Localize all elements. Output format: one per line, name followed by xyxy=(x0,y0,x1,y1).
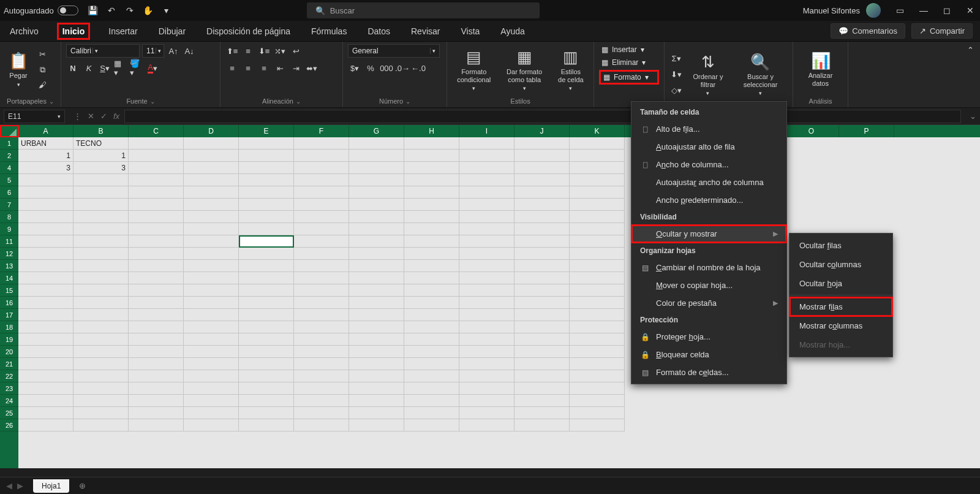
cell-b4[interactable]: 3 xyxy=(74,162,129,174)
active-cell[interactable] xyxy=(239,235,294,248)
col-header[interactable]: E xyxy=(239,125,294,137)
ordenar-filtrar-button[interactable]: ⇅ Ordenar y filtrar▾ xyxy=(687,53,729,96)
redo-icon[interactable]: ↷ xyxy=(124,4,136,17)
compartir-button[interactable]: ↗ Compartir xyxy=(911,23,973,39)
row-header[interactable]: 11 xyxy=(0,235,18,248)
maximize-icon[interactable]: ◻ xyxy=(941,6,953,15)
fill-icon[interactable]: ⬇▾ xyxy=(669,68,683,82)
autosum-icon[interactable]: Σ▾ xyxy=(669,52,683,66)
submenu-mostrar-filas[interactable]: Mostrar filas xyxy=(790,297,892,316)
tab-ayuda[interactable]: Ayuda xyxy=(498,23,527,39)
tab-disposicion[interactable]: Disposición de página xyxy=(204,23,293,39)
menu-ancho-columna[interactable]: ⎕Ancho de columna... xyxy=(631,156,786,173)
menu-ancho-predeterminado[interactable]: Ancho predeterminado... xyxy=(631,191,786,209)
sheet-tab-hoja1[interactable]: Hoja1 xyxy=(33,479,69,493)
col-header[interactable]: B xyxy=(74,125,129,137)
row-header[interactable]: 13 xyxy=(0,260,18,272)
cut-icon[interactable]: ✂ xyxy=(36,48,49,61)
col-header[interactable]: P xyxy=(839,125,894,137)
decrease-decimal-icon[interactable]: ←.0 xyxy=(412,61,425,75)
buscar-seleccionar-button[interactable]: 🔍 Buscar y seleccionar▾ xyxy=(733,53,788,96)
analizar-datos-button[interactable]: 📊 Analizar datos xyxy=(798,51,843,88)
add-sheet-icon[interactable]: ⊕ xyxy=(79,481,86,490)
row-header[interactable]: 7 xyxy=(0,199,18,211)
bold-icon[interactable]: N xyxy=(66,61,80,75)
font-size-combo[interactable]: 11▾ xyxy=(142,44,164,58)
clear-icon[interactable]: ◇▾ xyxy=(669,84,683,97)
align-top-icon[interactable]: ⬆≡ xyxy=(225,44,239,58)
pegar-button[interactable]: 📋 Pegar ▾ xyxy=(5,51,32,87)
fx-icon[interactable]: fx xyxy=(113,112,119,121)
borders-icon[interactable]: ▦ ▾ xyxy=(114,61,127,75)
cell-a1[interactable]: URBAN xyxy=(18,137,74,150)
number-format-combo[interactable]: General▾ xyxy=(348,44,440,58)
cell-b1[interactable]: TECNO xyxy=(74,137,129,150)
row-header[interactable]: 18 xyxy=(0,321,18,333)
merge-icon[interactable]: ⬌▾ xyxy=(305,61,318,75)
increase-font-icon[interactable]: A↑ xyxy=(167,44,180,58)
ribbon-display-icon[interactable]: ▭ xyxy=(894,6,907,15)
font-name-combo[interactable]: Calibri▾ xyxy=(66,44,140,58)
row-header[interactable]: 9 xyxy=(0,223,18,235)
orientation-icon[interactable]: ⤭▾ xyxy=(273,44,287,58)
row-header[interactable]: 19 xyxy=(0,333,18,346)
align-center-icon[interactable]: ≡ xyxy=(241,61,255,75)
currency-icon[interactable]: $▾ xyxy=(348,61,361,75)
tab-inicio[interactable]: Inicio xyxy=(57,23,91,40)
touch-mode-icon[interactable]: ✋ xyxy=(142,4,154,17)
col-header[interactable]: G xyxy=(349,125,404,137)
search-box[interactable]: 🔍 Buscar xyxy=(307,2,540,18)
row-header[interactable]: 25 xyxy=(0,407,18,419)
row-header[interactable]: 20 xyxy=(0,346,18,358)
decrease-font-icon[interactable]: A↓ xyxy=(183,44,196,58)
tab-revisar[interactable]: Revisar xyxy=(409,23,442,39)
col-header[interactable]: A xyxy=(18,125,74,137)
submenu-ocultar-hoja[interactable]: Ocultar hoja xyxy=(790,274,892,293)
menu-color-pestana[interactable]: Color de pestaña▶ xyxy=(631,294,786,312)
col-header[interactable]: D xyxy=(184,125,239,137)
row-header[interactable]: 5 xyxy=(0,174,18,186)
menu-proteger-hoja[interactable]: 🔒Proteger hoja... xyxy=(631,328,786,346)
accept-formula-icon[interactable]: ✓ xyxy=(100,112,107,121)
col-header[interactable]: J xyxy=(514,125,570,137)
menu-bloquear-celda[interactable]: 🔒Bloquear celda xyxy=(631,346,786,363)
col-header[interactable]: C xyxy=(129,125,184,137)
align-right-icon[interactable]: ≡ xyxy=(257,61,271,75)
col-header[interactable]: K xyxy=(570,125,625,137)
percent-icon[interactable]: % xyxy=(364,61,377,75)
row-header[interactable]: 23 xyxy=(0,382,18,395)
row-header[interactable]: 16 xyxy=(0,297,18,309)
submenu-ocultar-filas[interactable]: Ocultar filas xyxy=(790,236,892,255)
autosave-toggle[interactable] xyxy=(58,6,78,15)
expand-formula-icon[interactable]: ⌄ xyxy=(966,112,980,121)
comentarios-button[interactable]: 💬 Comentarios xyxy=(831,23,905,39)
formula-input[interactable] xyxy=(124,110,961,123)
cell-a2[interactable]: 1 xyxy=(18,150,74,162)
fill-color-icon[interactable]: 🪣▾ xyxy=(130,61,143,75)
cell-a4[interactable]: 3 xyxy=(18,162,74,174)
select-all-corner[interactable] xyxy=(0,125,18,137)
menu-mover-copiar[interactable]: Mover o copiar hoja... xyxy=(631,276,786,294)
align-left-icon[interactable]: ≡ xyxy=(225,61,239,75)
submenu-ocultar-columnas[interactable]: Ocultar columnas xyxy=(790,255,892,274)
close-icon[interactable]: ✕ xyxy=(964,6,976,15)
formato-cells-button[interactable]: ▦Formato ▾ xyxy=(599,70,659,85)
tab-dibujar[interactable]: Dibujar xyxy=(156,23,188,39)
formato-tabla-button[interactable]: ▦ Dar formato como tabla▾ xyxy=(500,48,549,91)
autosave[interactable]: Autoguardado xyxy=(4,6,78,15)
sheet-prev-icon[interactable]: ◀ xyxy=(6,481,12,490)
col-header[interactable]: I xyxy=(459,125,514,137)
formula-more-icon[interactable]: ⋮ xyxy=(74,112,81,121)
increase-decimal-icon[interactable]: .0→ xyxy=(396,61,409,75)
col-header[interactable]: H xyxy=(404,125,459,137)
estilos-celda-button[interactable]: ▥ Estilos de celda▾ xyxy=(553,48,589,91)
italic-icon[interactable]: K xyxy=(82,61,96,75)
menu-ocultar-mostrar[interactable]: Ocultar y mostrar▶ xyxy=(631,225,786,243)
row-header[interactable]: 17 xyxy=(0,309,18,321)
row-header[interactable]: 26 xyxy=(0,419,18,431)
avatar[interactable] xyxy=(866,3,881,18)
row-header[interactable]: 1 xyxy=(0,137,18,150)
row-header[interactable]: 6 xyxy=(0,186,18,199)
minimize-icon[interactable]: — xyxy=(918,6,930,15)
col-header[interactable]: O xyxy=(784,125,839,137)
